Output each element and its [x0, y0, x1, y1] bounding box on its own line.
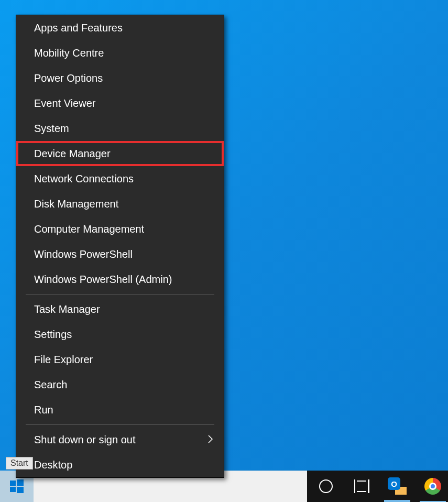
- svg-rect-3: [17, 487, 24, 493]
- menu-item-label: Event Viewer: [34, 97, 95, 110]
- menu-item-label: Disk Management: [34, 198, 118, 210]
- svg-rect-1: [17, 479, 24, 486]
- tooltip-text: Start: [10, 459, 28, 467]
- menu-item-label: Task Manager: [34, 303, 100, 315]
- menu-item-label: Mobility Centre: [34, 47, 104, 59]
- menu-item-mobility-centre[interactable]: Mobility Centre: [16, 40, 224, 66]
- menu-item-disk-management[interactable]: Disk Management: [16, 191, 224, 216]
- menu-item-computer-management[interactable]: Computer Management: [16, 216, 224, 242]
- menu-section-1: Apps and Features Mobility Centre Power …: [16, 15, 224, 292]
- desktop: Apps and Features Mobility Centre Power …: [0, 0, 448, 502]
- menu-item-label: System: [34, 123, 69, 135]
- start-tooltip: Start: [6, 457, 33, 470]
- menu-item-label: Run: [34, 404, 53, 416]
- taskbar-right: O: [307, 471, 448, 502]
- svg-rect-2: [10, 487, 16, 492]
- outlook-icon: O: [388, 477, 407, 496]
- menu-item-label: Desktop: [34, 459, 72, 471]
- menu-item-label: Windows PowerShell (Admin): [34, 274, 172, 286]
- menu-item-system[interactable]: System: [16, 116, 224, 141]
- menu-item-label: Settings: [34, 329, 72, 341]
- menu-item-file-explorer[interactable]: File Explorer: [16, 347, 224, 372]
- menu-item-event-viewer[interactable]: Event Viewer: [16, 91, 224, 116]
- menu-item-shutdown-signout[interactable]: Shut down or sign out: [16, 427, 224, 452]
- cortana-button[interactable]: [315, 476, 336, 497]
- menu-item-label: File Explorer: [34, 354, 93, 366]
- menu-section-2: Task Manager Settings File Explorer Sear…: [16, 297, 224, 422]
- menu-item-task-manager[interactable]: Task Manager: [16, 297, 224, 322]
- menu-item-desktop[interactable]: Desktop: [16, 452, 224, 477]
- menu-item-windows-powershell[interactable]: Windows PowerShell: [16, 242, 224, 267]
- menu-divider: [26, 294, 214, 294]
- menu-item-label: Windows PowerShell: [34, 248, 133, 260]
- taskbar-app-outlook[interactable]: O: [387, 476, 408, 497]
- chrome-icon: [424, 478, 441, 495]
- menu-divider: [26, 424, 214, 425]
- menu-item-search[interactable]: Search: [16, 372, 224, 397]
- menu-item-settings[interactable]: Settings: [16, 322, 224, 347]
- active-indicator: [384, 500, 410, 502]
- menu-item-run[interactable]: Run: [16, 397, 224, 422]
- menu-item-apps-and-features[interactable]: Apps and Features: [16, 15, 224, 40]
- menu-item-label: Search: [34, 379, 67, 391]
- task-view-button[interactable]: [351, 476, 372, 497]
- windows-logo-icon: [10, 479, 24, 493]
- menu-item-label: Shut down or sign out: [34, 434, 135, 446]
- svg-rect-0: [10, 481, 16, 486]
- menu-section-3: Shut down or sign out Desktop: [16, 427, 224, 477]
- menu-item-windows-powershell-admin[interactable]: Windows PowerShell (Admin): [16, 267, 224, 292]
- menu-item-power-options[interactable]: Power Options: [16, 66, 224, 91]
- winx-context-menu: Apps and Features Mobility Centre Power …: [16, 15, 224, 478]
- chevron-right-icon: [208, 434, 213, 446]
- task-view-icon: [354, 479, 369, 493]
- menu-item-label: Network Connections: [34, 173, 134, 185]
- menu-item-label: Apps and Features: [34, 22, 123, 34]
- taskbar-app-chrome[interactable]: [422, 476, 443, 497]
- menu-item-label: Computer Management: [34, 223, 144, 235]
- menu-item-device-manager[interactable]: Device Manager: [16, 141, 224, 166]
- menu-item-label: Power Options: [34, 72, 103, 84]
- menu-item-network-connections[interactable]: Network Connections: [16, 166, 224, 191]
- menu-item-label: Device Manager: [34, 148, 111, 160]
- cortana-icon: [319, 479, 333, 493]
